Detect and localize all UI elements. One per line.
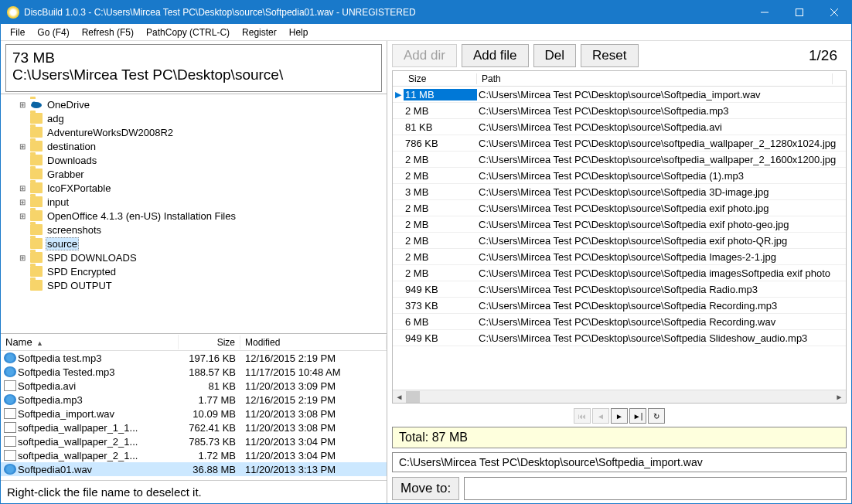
queue-row[interactable]: 2 MBC:\Users\Mircea Test PC\Desktop\sour…: [393, 265, 846, 281]
expand-icon[interactable]: ⊞: [18, 100, 27, 109]
menu-bar: File Go (F4) Refresh (F5) PathCopy (CTRL…: [1, 24, 851, 41]
queue-path: C:\Users\Mircea Test PC\Desktop\source\S…: [477, 251, 846, 263]
file-row[interactable]: softpedia_wallpaper_2_1...785.73 KB11/20…: [1, 434, 387, 448]
audio-file-icon: [4, 366, 16, 377]
queue-row[interactable]: 2 MBC:\Users\Mircea Test PC\Desktop\sour…: [393, 233, 846, 249]
file-list-header: Name ▲ Size Modified: [1, 334, 387, 351]
queue-row[interactable]: 786 KBC:\Users\Mircea Test PC\Desktop\so…: [393, 135, 846, 152]
counter: 1/26: [809, 47, 847, 64]
horizontal-scrollbar[interactable]: ◄ ►: [393, 390, 846, 403]
tree-node[interactable]: ⊞IcoFXPortable: [2, 181, 385, 195]
tree-node[interactable]: ⊞destination: [2, 139, 385, 153]
queue-row[interactable]: 2 MBC:\Users\Mircea Test PC\Desktop\sour…: [393, 152, 846, 168]
tree-node[interactable]: SPD Encrypted: [2, 264, 385, 278]
queue-row[interactable]: 2 MBC:\Users\Mircea Test PC\Desktop\sour…: [393, 249, 846, 265]
queue-body[interactable]: ▶11 MBC:\Users\Mircea Test PC\Desktop\so…: [393, 87, 846, 390]
menu-register[interactable]: Register: [236, 26, 283, 39]
col-name[interactable]: Name ▲: [1, 335, 179, 349]
file-row[interactable]: Softpedia01.wav36.88 MB11/20/2013 3:13 P…: [1, 462, 387, 476]
tree-node[interactable]: ⊞SPD DOWNLOADS: [2, 250, 385, 264]
tree-label: SPD DOWNLOADS: [46, 252, 138, 264]
doc-file-icon: [4, 422, 16, 433]
toolbar: Add dir Add file Del Reset 1/26: [392, 44, 847, 67]
tree-node[interactable]: adg: [2, 111, 385, 125]
queue-row[interactable]: 6 MBC:\Users\Mircea Test PC\Desktop\sour…: [393, 314, 846, 330]
folder-icon: [30, 113, 43, 124]
onedrive-icon: [30, 99, 43, 110]
player-prev-button: ◄: [592, 408, 609, 424]
file-list-body[interactable]: Softpedia test.mp3197.16 KB12/16/2015 2:…: [1, 351, 387, 480]
file-row[interactable]: Softpedia.avi81 KB11/20/2013 3:09 PM: [1, 379, 387, 393]
file-row[interactable]: softpedia_wallpaper_2_1...1.72 MB11/20/2…: [1, 448, 387, 462]
tree-node[interactable]: Grabber: [2, 167, 385, 181]
maximize-button[interactable]: [782, 1, 816, 24]
tree-label: Downloads: [46, 155, 98, 166]
queue-row[interactable]: 2 MBC:\Users\Mircea Test PC\Desktop\sour…: [393, 168, 846, 184]
tree-node[interactable]: ⊞OneDrive: [2, 97, 385, 111]
scroll-left-icon[interactable]: ◄: [393, 390, 406, 404]
player-next-button[interactable]: ►|: [629, 408, 646, 424]
scroll-thumb[interactable]: [406, 391, 420, 403]
tree-node[interactable]: ⊞OpenOffice 4.1.3 (en-US) Installation F…: [2, 209, 385, 223]
queue-row[interactable]: ▶11 MBC:\Users\Mircea Test PC\Desktop\so…: [393, 87, 846, 103]
queue-row[interactable]: 2 MBC:\Users\Mircea Test PC\Desktop\sour…: [393, 216, 846, 233]
col-size-r[interactable]: Size: [404, 73, 477, 84]
tree-node[interactable]: source: [2, 237, 385, 250]
file-modified: 11/20/2013 3:08 PM: [240, 422, 387, 434]
del-button[interactable]: Del: [533, 44, 577, 67]
menu-file[interactable]: File: [4, 26, 31, 39]
file-name: softpedia_wallpaper_1_1...: [18, 422, 179, 434]
move-to-input[interactable]: [464, 477, 847, 500]
file-name: softpedia_wallpaper_2_1...: [18, 436, 179, 448]
menu-help[interactable]: Help: [283, 26, 315, 39]
player-play-button[interactable]: ►: [611, 408, 628, 424]
file-name: Softpedia_import.wav: [18, 408, 179, 420]
file-row[interactable]: Softpedia.mp31.77 MB12/16/2015 2:19 PM: [1, 393, 387, 407]
queue-row[interactable]: 3 MBC:\Users\Mircea Test PC\Desktop\sour…: [393, 184, 846, 200]
queue-row[interactable]: 2 MBC:\Users\Mircea Test PC\Desktop\sour…: [393, 200, 846, 216]
menu-pathcopy[interactable]: PathCopy (CTRL-C): [140, 26, 236, 39]
add-file-button[interactable]: Add file: [462, 44, 529, 67]
queue-row[interactable]: 949 KBC:\Users\Mircea Test PC\Desktop\so…: [393, 281, 846, 298]
file-size: 188.57 KB: [179, 366, 240, 378]
queue-row[interactable]: 373 KBC:\Users\Mircea Test PC\Desktop\so…: [393, 298, 846, 314]
tree-label: AdventureWorksDW2008R2: [46, 127, 175, 138]
info-box: 73 MB C:\Users\Mircea Test PC\Desktop\so…: [5, 44, 382, 92]
queue-row[interactable]: 81 KBC:\Users\Mircea Test PC\Desktop\sou…: [393, 119, 846, 135]
minimize-button[interactable]: [747, 1, 782, 24]
expand-icon[interactable]: ⊞: [18, 254, 27, 262]
tree-node[interactable]: screenshots: [2, 223, 385, 237]
file-row[interactable]: softpedia_wallpaper_1_1...762.41 KB11/20…: [1, 421, 387, 434]
tree-node[interactable]: AdventureWorksDW2008R2: [2, 125, 385, 139]
queue-size: 2 MB: [404, 203, 477, 214]
reset-button[interactable]: Reset: [581, 44, 638, 67]
folder-tree[interactable]: ⊞OneDriveadgAdventureWorksDW2008R2⊞desti…: [1, 94, 387, 333]
col-modified[interactable]: Modified: [240, 335, 387, 349]
menu-refresh[interactable]: Refresh (F5): [76, 26, 140, 39]
col-size[interactable]: Size: [179, 335, 240, 349]
expand-icon[interactable]: ⊞: [18, 142, 27, 151]
move-to-button[interactable]: Move to:: [392, 477, 459, 500]
file-name: Softpedia.mp3: [18, 394, 179, 406]
player-repeat-button[interactable]: ↻: [648, 408, 665, 424]
queue-path: C:\Users\Mircea Test PC\Desktop\source\S…: [477, 89, 846, 100]
expand-icon[interactable]: ⊞: [18, 198, 27, 206]
tree-label: adg: [46, 113, 66, 124]
close-button[interactable]: [816, 1, 851, 24]
menu-go[interactable]: Go (F4): [31, 26, 75, 39]
tree-node[interactable]: Downloads: [2, 153, 385, 167]
queue-row[interactable]: 949 KBC:\Users\Mircea Test PC\Desktop\so…: [393, 330, 846, 346]
queue-size: 3 MB: [404, 186, 477, 198]
folder-icon: [30, 224, 43, 235]
expand-icon[interactable]: ⊞: [18, 184, 27, 192]
tree-node[interactable]: ⊞input: [2, 195, 385, 209]
tree-node[interactable]: SPD OUTPUT: [2, 278, 385, 292]
col-path-r[interactable]: Path: [477, 73, 833, 84]
file-row[interactable]: Softpedia_import.wav10.09 MB11/20/2013 3…: [1, 407, 387, 421]
file-row[interactable]: Softpedia Tested.mp3188.57 KB11/17/2015 …: [1, 365, 387, 379]
scroll-right-icon[interactable]: ►: [833, 390, 846, 404]
queue-size: 786 KB: [404, 138, 477, 149]
queue-row[interactable]: 2 MBC:\Users\Mircea Test PC\Desktop\sour…: [393, 103, 846, 119]
file-row[interactable]: Softpedia test.mp3197.16 KB12/16/2015 2:…: [1, 351, 387, 365]
expand-icon[interactable]: ⊞: [18, 212, 27, 220]
